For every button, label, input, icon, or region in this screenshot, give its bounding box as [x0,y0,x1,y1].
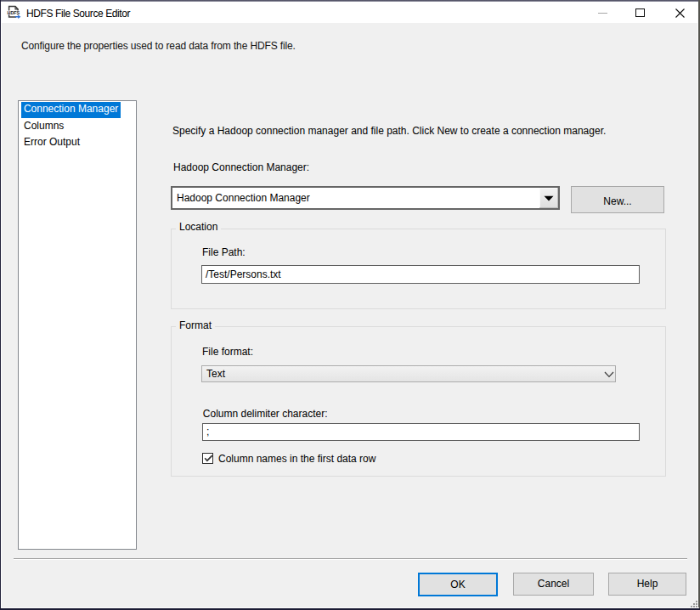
svg-text:HDFS: HDFS [8,10,20,15]
